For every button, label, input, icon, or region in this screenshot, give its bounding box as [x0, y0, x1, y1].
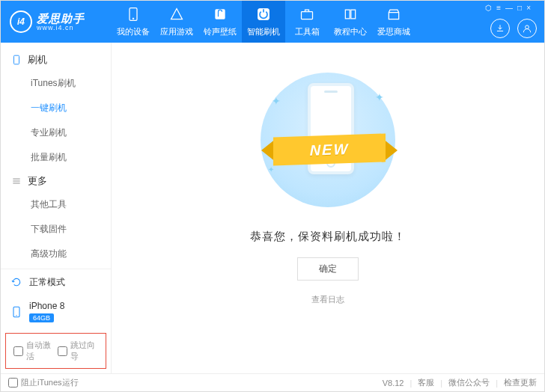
ribbon-text: NEW	[273, 133, 386, 165]
nav-ringtones[interactable]: 铃声壁纸	[198, 1, 242, 43]
svg-point-8	[16, 315, 16, 316]
win-menu-button[interactable]: ≡	[496, 4, 501, 12]
sidebar-item-one-key-flash[interactable]: 一键刷机	[1, 96, 111, 120]
app-logo: i4 爱思助手 www.i4.cn	[1, 10, 112, 33]
refresh-icon	[10, 275, 23, 289]
nav-toolbox[interactable]: 工具箱	[285, 1, 329, 43]
nav-label: 我的设备	[117, 26, 150, 37]
ringtone-icon	[213, 7, 228, 23]
flash-options-highlight: 自动激活 跳过向导	[5, 333, 106, 369]
sidebar: 刷机 iTunes刷机 一键刷机 专业刷机 批量刷机 更多 其他工具 下载固件 …	[1, 43, 112, 373]
sidebar-group-more: 更多	[1, 170, 111, 192]
user-button[interactable]	[517, 19, 537, 38]
device-mode-label: 正常模式	[29, 276, 65, 289]
logo-badge-icon: i4	[10, 10, 32, 33]
window-controls: ⬡ ≡ — □ ×	[485, 2, 537, 12]
sparkle-icon: ✦	[375, 91, 384, 103]
sidebar-item-itunes-flash[interactable]: iTunes刷机	[1, 71, 111, 96]
skip-guide-checkbox[interactable]: 跳过向导	[58, 340, 99, 362]
device-row[interactable]: iPhone 8 64GB	[1, 295, 111, 328]
sidebar-item-batch-flash[interactable]: 批量刷机	[1, 145, 111, 170]
main-panel: ✦ ✦ ✦ ✦ NEW 恭喜您，保资料刷机成功啦！ 确定 查看日志	[112, 43, 544, 373]
sidebar-item-other-tools[interactable]: 其他工具	[1, 192, 111, 217]
device-name: iPhone 8	[29, 301, 64, 311]
phone-outline-icon	[11, 55, 22, 65]
wechat-link[interactable]: 微信公众号	[448, 377, 490, 388]
success-illustration: ✦ ✦ ✦ ✦ NEW	[242, 73, 414, 207]
svg-rect-2	[215, 9, 225, 19]
ok-button[interactable]: 确定	[297, 257, 359, 281]
toolbox-icon	[299, 7, 314, 23]
check-update-link[interactable]: 检查更新	[504, 377, 537, 388]
device-phone-icon	[10, 305, 23, 319]
status-bar: 阻止iTunes运行 V8.12 | 客服 | 微信公众号 | 检查更新	[1, 373, 544, 391]
device-storage-badge: 64GB	[29, 313, 54, 322]
win-max-button[interactable]: □	[517, 4, 522, 12]
nav-label: 应用游戏	[160, 26, 193, 37]
auto-activate-checkbox[interactable]: 自动激活	[13, 340, 55, 362]
nav-apps[interactable]: 应用游戏	[155, 1, 198, 43]
block-itunes-checkbox[interactable]: 阻止iTunes运行	[8, 377, 79, 388]
checkbox-label: 自动激活	[26, 340, 55, 362]
nav-flash[interactable]: 智能刷机	[242, 1, 285, 43]
nav-label: 智能刷机	[247, 26, 280, 37]
phone-icon	[126, 7, 141, 23]
nav-my-device[interactable]: 我的设备	[112, 1, 155, 43]
svg-rect-6	[14, 55, 19, 64]
shop-icon	[386, 7, 401, 23]
sidebar-item-pro-flash[interactable]: 专业刷机	[1, 120, 111, 145]
svg-rect-4	[302, 11, 313, 19]
sidebar-group-label: 更多	[28, 174, 47, 188]
sidebar-group-flash: 刷机	[1, 49, 111, 71]
download-button[interactable]	[490, 19, 510, 38]
sidebar-item-download-firmware[interactable]: 下载固件	[1, 217, 111, 242]
nav-label: 教程中心	[334, 26, 367, 37]
flash-icon	[256, 7, 271, 23]
apps-icon	[169, 7, 184, 23]
win-min-button[interactable]: —	[505, 4, 513, 12]
top-nav: 我的设备 应用游戏 铃声壁纸 智能刷机 工具箱 教程中心	[112, 1, 415, 43]
book-icon	[343, 7, 358, 23]
win-skin-button[interactable]: ⬡	[485, 4, 492, 12]
checkbox-label: 跳过向导	[70, 340, 99, 362]
nav-label: 铃声壁纸	[204, 26, 237, 37]
sidebar-item-advanced[interactable]: 高级功能	[1, 242, 111, 266]
nav-shop[interactable]: 爱思商城	[372, 1, 415, 43]
svg-point-1	[133, 18, 134, 19]
device-mode-row[interactable]: 正常模式	[1, 269, 111, 295]
version-label: V8.12	[383, 379, 404, 388]
nav-label: 爱思商城	[377, 26, 410, 37]
new-ribbon: NEW	[251, 131, 408, 168]
svg-point-5	[526, 25, 529, 29]
support-link[interactable]: 客服	[418, 377, 434, 388]
checkbox-label: 阻止iTunes运行	[21, 377, 79, 388]
success-message: 恭喜您，保资料刷机成功啦！	[250, 230, 406, 244]
nav-tutorials[interactable]: 教程中心	[329, 1, 372, 43]
nav-label: 工具箱	[295, 26, 320, 37]
sidebar-group-label: 刷机	[28, 53, 47, 67]
app-title: 爱思助手	[37, 13, 85, 24]
menu-icon	[11, 176, 22, 186]
app-header: i4 爱思助手 www.i4.cn 我的设备 应用游戏 铃声壁纸 智能刷机	[1, 1, 544, 43]
app-url: www.i4.cn	[37, 24, 85, 31]
win-close-button[interactable]: ×	[526, 4, 531, 12]
view-log-link[interactable]: 查看日志	[311, 294, 344, 305]
sparkle-icon: ✦	[272, 95, 281, 107]
